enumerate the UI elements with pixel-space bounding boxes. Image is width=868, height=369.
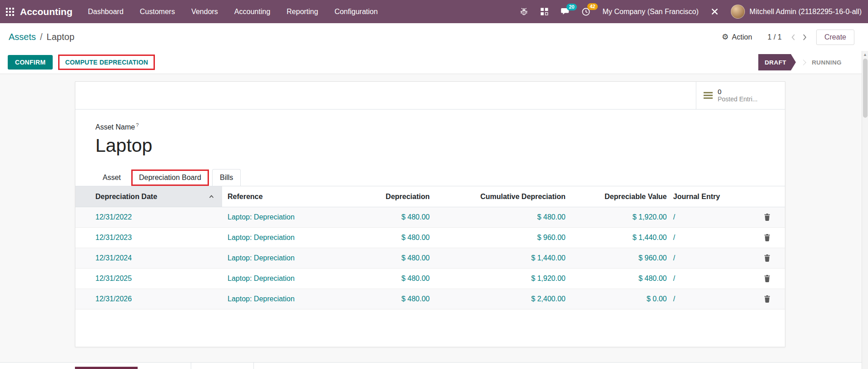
delete-row-button[interactable] [763, 274, 771, 283]
trash-icon [764, 214, 770, 221]
gear-icon: ⚙ [722, 33, 729, 41]
tab-bills[interactable]: Bills [212, 169, 241, 186]
developer-tools-button[interactable] [710, 7, 719, 16]
compute-depreciation-button[interactable]: COMPUTE DEPRECIATION [60, 56, 154, 69]
cell-reference: Laptop: Depreciation [222, 254, 362, 262]
debug-bug-button[interactable] [520, 7, 528, 16]
table-row[interactable]: 12/31/2026 Laptop: Depreciation $ 480.00… [75, 289, 785, 309]
delete-row-button[interactable] [763, 233, 771, 242]
column-header-depreciable-value[interactable]: Depreciable Value [566, 186, 668, 207]
trash-icon [764, 254, 770, 262]
cell-depreciable-value: $ 0.00 [566, 295, 668, 303]
pager-counter[interactable]: 1 / 1 [768, 33, 782, 41]
asset-name-value[interactable]: Laptop [95, 135, 785, 156]
table-row[interactable]: 12/31/2024 Laptop: Depreciation $ 480.00… [75, 248, 785, 269]
confirm-button[interactable]: CONFIRM [8, 55, 53, 70]
menu-dashboard[interactable]: Dashboard [88, 8, 124, 16]
pager-nav [791, 34, 807, 41]
cell-journal-entry: / [668, 274, 734, 283]
posted-entries-stat-button[interactable]: 0 Posted Entri... [696, 82, 785, 109]
posted-entries-label: Posted Entri... [718, 95, 758, 103]
help-marker: ? [136, 122, 139, 128]
menu-reporting[interactable]: Reporting [287, 8, 318, 16]
vertical-scrollbar[interactable]: ▲ [862, 51, 868, 369]
cell-journal-entry: / [668, 295, 734, 303]
cell-cumulative-depreciation: $ 1,920.00 [431, 274, 566, 283]
modules-icon [540, 7, 549, 16]
tab-asset[interactable]: Asset [95, 170, 128, 186]
menu-customers[interactable]: Customers [140, 8, 175, 16]
action-menu-button[interactable]: ⚙ Action [722, 33, 752, 41]
asset-name-field-label: Asset Name? [95, 122, 785, 131]
cell-reference: Laptop: Depreciation [222, 213, 362, 221]
menu-vendors[interactable]: Vendors [191, 8, 218, 16]
menu-configuration[interactable]: Configuration [334, 8, 377, 16]
table-row[interactable]: 12/31/2022 Laptop: Depreciation $ 480.00… [75, 207, 785, 228]
footer-active-tab-indicator [75, 367, 138, 369]
cell-reference: Laptop: Depreciation [222, 234, 362, 242]
footer-divider [191, 363, 191, 369]
table-body: 12/31/2022 Laptop: Depreciation $ 480.00… [75, 207, 785, 309]
table-row[interactable]: 12/31/2023 Laptop: Depreciation $ 480.00… [75, 228, 785, 248]
topbar-left: Accounting Dashboard Customers Vendors A… [5, 6, 378, 17]
messages-button[interactable]: 20 [560, 8, 570, 16]
column-header-cumulative-depreciation[interactable]: Cumulative Depreciation [431, 186, 566, 207]
control-panel-right: ⚙ Action 1 / 1 Create [722, 30, 854, 45]
posted-entries-count: 0 [718, 88, 758, 95]
delete-row-button[interactable] [763, 254, 771, 263]
menu-accounting[interactable]: Accounting [234, 8, 270, 16]
delete-row-button[interactable] [763, 294, 771, 304]
messages-count-badge: 20 [566, 4, 576, 10]
breadcrumb-current: Laptop [47, 32, 74, 42]
cell-depreciation-date: 12/31/2022 [75, 213, 222, 221]
activities-count-badge: 42 [587, 3, 597, 10]
company-switcher[interactable]: My Company (San Francisco) [602, 8, 699, 16]
delete-row-button[interactable] [763, 213, 771, 222]
status-draft[interactable]: DRAFT [758, 54, 796, 70]
cell-cumulative-depreciation: $ 960.00 [431, 234, 566, 242]
user-menu[interactable]: Mitchell Admin (21182295-16-0-all) [731, 5, 862, 19]
column-header-journal-entry[interactable]: Journal Entry [668, 186, 734, 207]
modules-button[interactable] [540, 7, 549, 16]
annotation-box-compute: COMPUTE DEPRECIATION [58, 55, 155, 70]
status-pipeline: DRAFT RUNNING [758, 54, 842, 70]
table-row[interactable]: 12/31/2025 Laptop: Depreciation $ 480.00… [75, 269, 785, 289]
cell-depreciation: $ 480.00 [362, 274, 431, 283]
stat-button-row: 0 Posted Entri... [75, 82, 785, 110]
trash-icon [764, 295, 770, 303]
breadcrumb-assets-link[interactable]: Assets [9, 32, 36, 42]
breadcrumb: Assets/Laptop [9, 32, 74, 42]
column-header-depreciation[interactable]: Depreciation [362, 186, 431, 207]
column-header-depreciation-date[interactable]: Depreciation Date [75, 186, 222, 207]
status-running[interactable]: RUNNING [812, 59, 842, 66]
create-button[interactable]: Create [816, 30, 854, 45]
avatar [731, 5, 745, 19]
cell-depreciation-date: 12/31/2024 [75, 254, 222, 262]
scroll-up-arrow-icon[interactable]: ▲ [863, 52, 867, 57]
pager-next-button chevron-right-icon[interactable] [803, 34, 807, 41]
user-name: Mitchell Admin (21182295-16-0-all) [749, 8, 862, 16]
cell-depreciation-date: 12/31/2023 [75, 234, 222, 242]
scrollbar-thumb[interactable] [863, 59, 868, 118]
tab-depreciation-board[interactable]: Depreciation Board [131, 170, 209, 186]
cell-depreciation: $ 480.00 [362, 295, 431, 303]
cell-depreciable-value: $ 480.00 [566, 274, 668, 283]
table-header: Depreciation Date Reference Depreciation… [75, 186, 785, 207]
cell-journal-entry: / [668, 234, 734, 242]
bug-icon [520, 7, 528, 16]
notebook-tabs: Asset Depreciation Board Bills [75, 169, 785, 186]
activities-button[interactable]: 42 [581, 7, 590, 16]
pager-previous-button chevron-left-icon[interactable] [791, 34, 795, 41]
action-label: Action [732, 33, 752, 41]
cell-reference: Laptop: Depreciation [222, 274, 362, 283]
apps-grid-icon[interactable] [5, 7, 15, 16]
cell-depreciable-value: $ 1,920.00 [566, 213, 668, 221]
bottom-partial-section [0, 362, 862, 369]
app-name[interactable]: Accounting [20, 6, 73, 17]
grid-icon [5, 7, 15, 16]
form-statusbar: CONFIRM COMPUTE DEPRECIATION DRAFT RUNNI… [0, 51, 868, 74]
trash-icon [764, 234, 770, 241]
sheet-body: Asset Name? Laptop [75, 110, 785, 156]
column-header-reference[interactable]: Reference [222, 186, 362, 207]
trash-icon [764, 275, 770, 282]
